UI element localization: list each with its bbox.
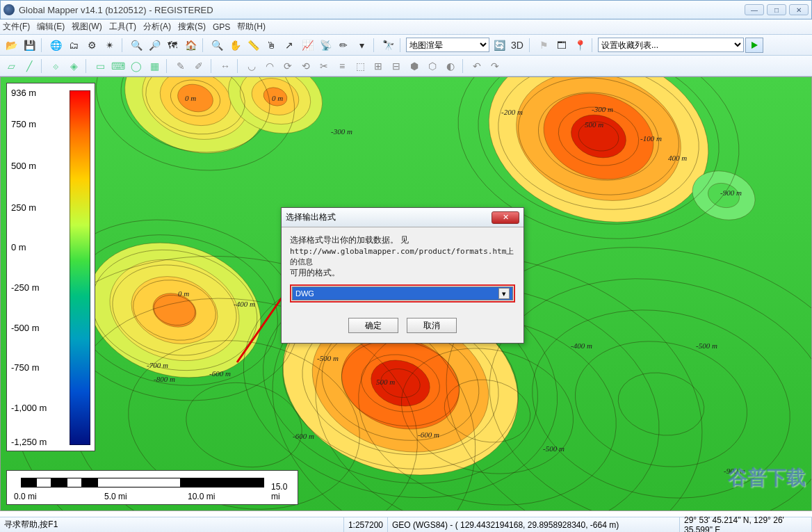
point2-icon[interactable]: ◈: [65, 58, 82, 74]
undo-icon[interactable]: ↶: [469, 58, 485, 74]
menu-analyze[interactable]: 分析(A): [143, 21, 171, 33]
info-icon[interactable]: 🖱: [263, 37, 279, 54]
dialog-close-button[interactable]: ✕: [492, 211, 519, 224]
menu-file[interactable]: 文件(F): [3, 21, 30, 33]
menu-bar: 文件(F) 编辑(E) 视图(W) 工具(T) 分析(A) 搜索(S) GPS …: [0, 19, 812, 35]
d4-icon[interactable]: ⟲: [298, 58, 314, 74]
d1-icon[interactable]: ◡: [243, 58, 260, 74]
dropdown-arrow-icon[interactable]: ▾: [498, 288, 510, 299]
scale-label: 15.0 mi: [271, 482, 298, 501]
point-icon[interactable]: ⟐: [47, 58, 64, 74]
3d-icon[interactable]: 3D: [509, 37, 526, 54]
dialog-title-bar[interactable]: 选择输出格式 ✕: [282, 208, 523, 227]
redo-icon[interactable]: ↷: [487, 58, 503, 74]
config-icon[interactable]: ⚙: [83, 37, 100, 54]
create-line-icon[interactable]: ╱: [21, 58, 38, 74]
grid-icon[interactable]: ▦: [146, 58, 163, 74]
cancel-button[interactable]: 取消: [407, 318, 457, 333]
dropdown-icon[interactable]: ▾: [353, 37, 370, 54]
menu-tools[interactable]: 工具(T): [109, 21, 136, 33]
pan-icon[interactable]: ✋: [227, 37, 243, 54]
main-toolbar: 📂 💾 🌐 🗂 ⚙ ✴ 🔍 🔎 🗺 🏠 🔍 ✋ 📏 🖱 ↗ 📈 📡 ✏ ▾ 🔭 …: [0, 35, 812, 56]
contour-label: -300 m: [331, 127, 352, 136]
legend-tick: 0 m: [11, 242, 26, 252]
status-projection: GEO (WGS84) - ( 129.4432194168, 29.89589…: [388, 517, 680, 532]
layers-icon[interactable]: 🗂: [65, 37, 82, 54]
render-mode-combo[interactable]: 地图渲晕: [406, 38, 489, 52]
antenna-icon[interactable]: 📡: [317, 37, 334, 54]
title-bar: Global Mapper v14.1 (b120512) - REGISTER…: [0, 0, 812, 19]
pencil-icon[interactable]: ✏: [335, 37, 352, 54]
minimize-button[interactable]: —: [745, 4, 764, 15]
d7-icon[interactable]: ⬚: [352, 58, 368, 74]
select-icon[interactable]: ↗: [281, 37, 298, 54]
d10-icon[interactable]: ⬢: [406, 58, 423, 74]
circle-icon[interactable]: ◯: [128, 58, 145, 74]
menu-help[interactable]: 帮助(H): [237, 21, 266, 33]
tool-icon[interactable]: ✴: [102, 37, 118, 54]
contour-label: -100 m: [640, 134, 662, 143]
globe-icon[interactable]: 🌐: [47, 37, 64, 54]
binoculars-icon[interactable]: 🔭: [380, 37, 396, 54]
zoom-out-icon[interactable]: 🔎: [146, 37, 163, 54]
d9-icon[interactable]: ⊟: [388, 58, 405, 74]
maximize-button[interactable]: □: [767, 4, 786, 15]
favorites-combo[interactable]: 设置收藏列表...: [598, 38, 744, 52]
open-icon[interactable]: 📂: [3, 37, 19, 54]
d5-icon[interactable]: ✂: [316, 58, 332, 74]
dialog-text-1: 选择格式导出你的加载数据。 见: [290, 234, 515, 246]
move-icon[interactable]: ↔: [217, 58, 234, 74]
menu-edit[interactable]: 编辑(E): [37, 21, 65, 33]
play-button[interactable]: [745, 38, 763, 53]
d12-icon[interactable]: ◐: [442, 58, 459, 74]
contour-label: 500 m: [585, 120, 603, 129]
code-icon[interactable]: ⌨: [110, 58, 127, 74]
menu-search[interactable]: 搜索(S): [178, 21, 206, 33]
menu-gps[interactable]: GPS: [213, 22, 230, 32]
flag-icon[interactable]: ⚑: [535, 37, 552, 54]
dialog-text-2: http://www.globalmapper.com/product/form…: [290, 246, 515, 267]
track-icon[interactable]: 📍: [571, 37, 588, 54]
profile-icon[interactable]: 📈: [299, 37, 316, 54]
refresh-icon[interactable]: 🔄: [491, 37, 508, 54]
zoom-tool-icon[interactable]: 🔍: [209, 37, 225, 54]
home-icon[interactable]: 🏠: [182, 37, 199, 54]
status-coord: 29° 53' 45.214" N, 129° 26' 35.599" E: [680, 517, 812, 532]
format-combo[interactable]: DWG ▾: [292, 287, 513, 300]
rect-icon[interactable]: ▭: [92, 58, 108, 74]
elevation-legend: 936 m 750 m 500 m 250 m 0 m -250 m -500 …: [6, 83, 95, 451]
d8-icon[interactable]: ⊞: [370, 58, 387, 74]
contour-label: -300 m: [592, 105, 613, 113]
d2-icon[interactable]: ◠: [261, 58, 278, 74]
d6-icon[interactable]: ≡: [334, 58, 350, 74]
edit1-icon[interactable]: ✎: [172, 58, 189, 74]
legend-tick: -1,000 m: [11, 403, 47, 413]
contour-label: -500 m: [543, 444, 565, 453]
ok-button[interactable]: 确定: [348, 318, 398, 333]
dialog-title: 选择输出格式: [286, 211, 336, 223]
close-button[interactable]: ✕: [789, 4, 809, 15]
contour-label: -800 m: [154, 375, 175, 383]
window-title: Global Mapper v14.1 (b120512) - REGISTER…: [19, 5, 745, 15]
zoom-in-icon[interactable]: 🔍: [128, 37, 145, 54]
box-icon[interactable]: 🗔: [553, 37, 570, 54]
contour-label: 0 m: [272, 94, 283, 102]
svg-marker-0: [752, 42, 758, 49]
menu-view[interactable]: 视图(W): [72, 21, 102, 33]
legend-tick: -250 m: [11, 282, 39, 293]
contour-label: -600 m: [209, 369, 231, 378]
export-format-dialog: 选择输出格式 ✕ 选择格式导出你的加载数据。 见 http://www.glob…: [281, 207, 524, 344]
d11-icon[interactable]: ⬡: [424, 58, 441, 74]
edit2-icon[interactable]: ✐: [190, 58, 207, 74]
legend-tick: 936 m: [11, 88, 36, 98]
full-extent-icon[interactable]: 🗺: [164, 37, 181, 54]
measure-icon[interactable]: 📏: [245, 37, 261, 54]
contour-label: -200 m: [501, 108, 523, 116]
contour-label: -500 m: [317, 354, 339, 362]
d3-icon[interactable]: ⟳: [279, 58, 296, 74]
create-area-icon[interactable]: ▱: [3, 58, 19, 74]
scale-label: 0.0 mi: [14, 492, 37, 501]
svg-rect-1: [70, 90, 90, 445]
contour-label: -700 m: [147, 361, 168, 369]
save-icon[interactable]: 💾: [21, 37, 38, 54]
